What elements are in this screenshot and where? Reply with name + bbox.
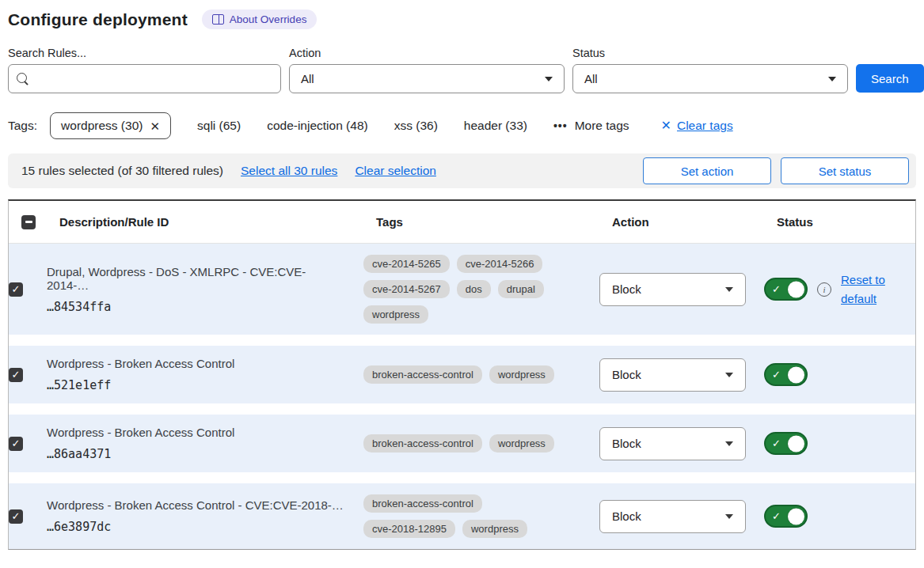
- search-input[interactable]: [36, 72, 272, 85]
- selected-tag-label: wordpress (30): [61, 119, 143, 133]
- search-rules-field: Search Rules...: [8, 47, 281, 93]
- tag-pill: cve-2018-12895: [363, 520, 455, 538]
- more-tags-button[interactable]: ••• More tags: [553, 119, 629, 133]
- tag-pill: drupal: [498, 280, 544, 298]
- check-icon: ✓: [12, 511, 21, 521]
- tags-label: Tags:: [8, 119, 37, 133]
- search-rules-label: Search Rules...: [8, 47, 281, 59]
- row-tags: broken-access-controlwordpress: [363, 434, 563, 453]
- row-action-cell: Block: [599, 273, 764, 306]
- row-checkbox[interactable]: ✓: [9, 509, 23, 524]
- action-filter-field: Action All: [289, 47, 565, 93]
- row-status-cell: ✓: [764, 505, 915, 528]
- book-icon: [212, 14, 224, 25]
- filter-row: Search Rules... Action All Status All Se…: [8, 47, 916, 93]
- chevron-down-icon: [828, 77, 836, 81]
- rules-table: Description/Rule ID Tags Action Status ✓…: [8, 199, 916, 550]
- chevron-down-icon: [725, 373, 733, 377]
- col-header-description: Description/Rule ID: [59, 215, 376, 229]
- tag-filter-header[interactable]: header (33): [464, 119, 527, 133]
- tag-pill: wordpress: [489, 434, 554, 453]
- tag-pill: cve-2014-5265: [363, 255, 450, 273]
- info-icon[interactable]: i: [817, 282, 831, 297]
- table-row: ✓ Drupal, Wordpress - DoS - XMLRPC - CVE…: [9, 244, 915, 335]
- status-toggle[interactable]: ✓: [764, 278, 808, 301]
- row-description-cell: Wordpress - Broken Access Control …521e1…: [47, 357, 363, 392]
- tag-pill: cve-2014-5266: [457, 255, 543, 273]
- set-status-button[interactable]: Set status: [781, 157, 909, 184]
- table-header-row: Description/Rule ID Tags Action Status: [9, 201, 915, 244]
- row-checkbox[interactable]: ✓: [9, 437, 23, 451]
- reset-line2: default: [841, 292, 876, 305]
- select-all-checkbox[interactable]: [21, 215, 36, 229]
- selection-summary: 15 rules selected (of 30 filtered rules): [21, 164, 223, 178]
- row-tags: broken-access-controlwordpress: [363, 365, 563, 384]
- row-tags: broken-access-controlcve-2018-12895wordp…: [363, 494, 563, 538]
- check-icon: ✓: [12, 284, 21, 294]
- toggle-knob: [788, 281, 804, 297]
- row-action-select[interactable]: Block: [599, 500, 746, 533]
- status-toggle[interactable]: ✓: [764, 505, 808, 528]
- indeterminate-mark: [25, 221, 32, 223]
- status-toggle[interactable]: ✓: [764, 363, 808, 386]
- tag-filter-xss[interactable]: xss (36): [394, 119, 438, 133]
- chevron-down-icon: [725, 514, 733, 519]
- row-action-value: Block: [612, 282, 641, 296]
- tag-pill: broken-access-control: [363, 434, 482, 453]
- tag-pill: wordpress: [489, 365, 554, 384]
- status-filter-select[interactable]: All: [572, 64, 848, 93]
- row-status-cell: ✓: [764, 363, 915, 386]
- table-row: ✓ Wordpress - Broken Access Control …86a…: [9, 415, 915, 472]
- page-title: Configure deployment: [8, 10, 188, 29]
- action-filter-select[interactable]: All: [289, 64, 565, 93]
- row-action-select[interactable]: Block: [599, 358, 746, 392]
- status-toggle[interactable]: ✓: [764, 432, 808, 455]
- tag-filter-code-injection[interactable]: code-injection (48): [267, 119, 368, 133]
- tag-pill: broken-access-control: [363, 365, 482, 384]
- row-rule-id: …6e3897dc: [47, 520, 348, 534]
- tag-filter-sqli[interactable]: sqli (65): [197, 119, 241, 133]
- row-action-select[interactable]: Block: [599, 273, 746, 306]
- row-checkbox[interactable]: ✓: [9, 368, 23, 382]
- row-action-cell: Block: [599, 427, 764, 460]
- check-icon: ✓: [772, 283, 781, 295]
- clear-tags-button[interactable]: ✕ Clear tags: [661, 119, 733, 133]
- search-button[interactable]: Search: [856, 64, 924, 93]
- status-filter-label: Status: [572, 47, 848, 59]
- row-status-cell: ✓ i Reset to default: [764, 271, 915, 309]
- row-action-value: Block: [612, 368, 641, 381]
- remove-tag-icon[interactable]: ✕: [150, 120, 160, 132]
- row-tags: cve-2014-5265cve-2014-5266cve-2014-5267d…: [363, 255, 563, 324]
- page-header: Configure deployment About Overrides: [8, 9, 916, 29]
- tag-pill: broken-access-control: [363, 494, 482, 513]
- col-header-action: Action: [612, 215, 777, 229]
- row-description: Wordpress - Broken Access Control - CVE:…: [47, 498, 348, 512]
- set-action-button[interactable]: Set action: [643, 157, 771, 184]
- chevron-down-icon: [545, 77, 553, 81]
- check-icon: ✓: [12, 369, 21, 380]
- row-action-value: Block: [612, 509, 641, 523]
- check-icon: ✓: [772, 437, 781, 449]
- selected-tag-wordpress[interactable]: wordpress (30) ✕: [50, 112, 171, 139]
- row-description-cell: Drupal, Wordpress - DoS - XMLRPC - CVE:C…: [47, 265, 363, 314]
- row-checkbox[interactable]: ✓: [9, 282, 23, 297]
- status-filter-field: Status All: [572, 47, 848, 93]
- tag-pill: dos: [457, 280, 491, 298]
- tag-pill: wordpress: [462, 520, 527, 538]
- table-row: ✓ Wordpress - Broken Access Control …521…: [9, 346, 915, 403]
- more-tags-label: More tags: [575, 119, 629, 133]
- status-filter-value: All: [584, 72, 598, 85]
- search-input-wrap[interactable]: [8, 64, 281, 93]
- table-row: ✓ Wordpress - Broken Access Control - CV…: [9, 483, 915, 549]
- about-overrides-badge[interactable]: About Overrides: [202, 9, 318, 29]
- row-action-cell: Block: [599, 358, 764, 392]
- row-action-select[interactable]: Block: [599, 427, 746, 460]
- selection-bar: 15 rules selected (of 30 filtered rules)…: [8, 153, 916, 188]
- tag-pill: cve-2014-5267: [363, 280, 450, 298]
- clear-selection-link[interactable]: Clear selection: [355, 164, 436, 178]
- tags-bar: Tags: wordpress (30) ✕ sqli (65) code-in…: [8, 112, 916, 139]
- select-all-link[interactable]: Select all 30 rules: [241, 164, 337, 178]
- reset-to-default-link[interactable]: Reset to default: [841, 271, 892, 309]
- chevron-down-icon: [725, 441, 733, 446]
- check-icon: ✓: [12, 438, 21, 449]
